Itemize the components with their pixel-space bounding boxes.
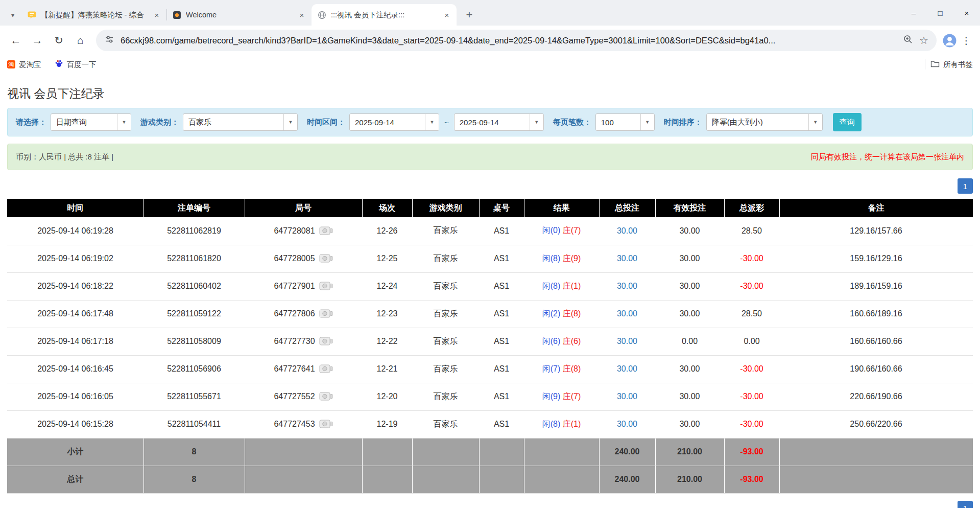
chevron-down-icon[interactable]: ▼	[640, 114, 654, 130]
total-bet-link[interactable]: 30.00	[617, 282, 637, 290]
col-bet-id: 注单编号	[144, 199, 245, 217]
subtotal-total-bet: 240.00	[599, 438, 655, 466]
new-tab-button[interactable]: +	[461, 6, 478, 24]
cell-time: 2025-09-14 06:16:45	[7, 355, 144, 383]
refresh-button[interactable]: ↻	[49, 31, 68, 50]
site-settings-icon[interactable]	[104, 34, 114, 47]
total-bet-link[interactable]: 30.00	[617, 309, 637, 318]
maximize-button[interactable]: □	[927, 0, 953, 26]
forward-button[interactable]: →	[28, 31, 47, 50]
cell-bet-id: 522811058009	[144, 328, 245, 355]
minimize-button[interactable]: –	[900, 0, 927, 26]
banker-result: 庄(6)	[563, 337, 581, 345]
bookmarks-bar: 淘 爱淘宝 百度一下 所有书签	[0, 55, 980, 74]
video-replay-icon[interactable]	[319, 336, 333, 347]
date-end-select[interactable]: 2025-09-14 ▼	[454, 113, 544, 131]
cell-result: 闲(7) 庄(8)	[524, 355, 599, 383]
cell-bet-id: 522811055671	[144, 383, 245, 410]
tab-forum[interactable]: 【新提醒】海燕策略论坛 - 综合 ×	[21, 4, 166, 26]
bookmark-label: 百度一下	[67, 60, 97, 70]
cell-valid-bet: 30.00	[655, 410, 724, 438]
mode-select[interactable]: 日期查询 ▼	[51, 113, 131, 131]
total-bet-link[interactable]: 30.00	[617, 226, 637, 235]
cell-total-bet: 30.00	[599, 410, 655, 438]
chevron-down-icon[interactable]: ▼	[117, 114, 131, 130]
total-label: 总计	[7, 466, 144, 493]
total-bet-link[interactable]: 30.00	[617, 364, 637, 373]
video-replay-icon[interactable]	[319, 391, 333, 402]
cell-time: 2025-09-14 06:16:05	[7, 383, 144, 410]
chevron-down-icon[interactable]: ▼	[808, 114, 822, 130]
cell-round: 647727552	[245, 383, 362, 410]
sort-select[interactable]: 降幂(由大到小) ▼	[706, 113, 823, 131]
round-number: 647727730	[274, 337, 315, 346]
cell-game-type: 百家乐	[412, 410, 479, 438]
table-row: 2025-09-14 06:17:48 522811059122 6477278…	[7, 300, 973, 328]
player-result: 闲(8)	[542, 282, 561, 290]
tab-close-icon[interactable]: ×	[151, 9, 162, 20]
table-row: 2025-09-14 06:19:28 522811062819 6477280…	[7, 217, 973, 245]
video-replay-icon[interactable]	[319, 225, 333, 237]
table-row: 2025-09-14 06:19:02 522811061820 6477280…	[7, 245, 973, 272]
tab-search-button[interactable]: ▾	[4, 4, 21, 26]
subtotal-label: 小计	[7, 438, 144, 466]
cell-valid-bet: 30.00	[655, 355, 724, 383]
cell-result: 闲(8) 庄(9)	[524, 245, 599, 272]
cell-result: 闲(8) 庄(1)	[524, 410, 599, 438]
chevron-down-icon[interactable]: ▼	[425, 114, 439, 130]
cell-note: 189.16/159.16	[779, 272, 973, 300]
bookmark-baidu[interactable]: 百度一下	[55, 59, 97, 70]
back-button[interactable]: ←	[6, 31, 26, 50]
chevron-down-icon[interactable]: ▼	[530, 114, 543, 130]
cell-round: 647727730	[245, 328, 362, 355]
divider	[925, 59, 925, 70]
page-content: 视讯 会员下注纪录 请选择： 日期查询 ▼ 游戏类别： 百家乐 ▼ 时间区间： …	[0, 74, 980, 508]
total-bet-link[interactable]: 30.00	[617, 337, 637, 345]
tab-close-icon[interactable]: ×	[441, 9, 452, 20]
cell-payout: -30.00	[724, 272, 779, 300]
browser-menu-icon[interactable]: ⋮	[959, 31, 974, 50]
date-start-select[interactable]: 2025-09-14 ▼	[349, 113, 439, 131]
chevron-down-icon[interactable]: ▼	[283, 114, 297, 130]
bookmark-star-icon[interactable]: ☆	[919, 34, 928, 47]
cell-note: 190.66/160.66	[779, 355, 973, 383]
cell-session: 12-23	[362, 300, 412, 328]
zoom-icon[interactable]	[903, 34, 913, 47]
query-button[interactable]: 查询	[833, 113, 862, 131]
cell-time: 2025-09-14 06:19:28	[7, 217, 144, 245]
summary-text: 币别：人民币 | 总共 :8 注单 |	[16, 152, 113, 162]
home-button[interactable]: ⌂	[70, 31, 90, 50]
table-body: 2025-09-14 06:19:28 522811062819 6477280…	[7, 217, 973, 438]
page-1-button[interactable]: 1	[958, 178, 973, 194]
close-window-button[interactable]: ×	[953, 0, 980, 26]
url-text[interactable]: 66cxkj98.com/game/betrecord_search/kind3…	[121, 36, 897, 45]
tab-strip: ▾ 【新提醒】海燕策略论坛 - 综合 × Welcome × :::视讯 会员下…	[0, 0, 980, 26]
tab-welcome[interactable]: Welcome ×	[166, 4, 312, 26]
cell-table: AS1	[479, 300, 524, 328]
profile-avatar[interactable]	[943, 34, 957, 48]
game-type-select[interactable]: 百家乐 ▼	[183, 113, 298, 131]
video-replay-icon[interactable]	[319, 253, 333, 264]
all-bookmarks-button[interactable]: 所有书签	[930, 60, 973, 70]
cell-game-type: 百家乐	[412, 217, 479, 245]
cell-note: 160.66/160.66	[779, 328, 973, 355]
video-replay-icon[interactable]	[319, 363, 333, 375]
video-replay-icon[interactable]	[319, 308, 333, 319]
all-bookmarks-label: 所有书签	[943, 60, 973, 70]
total-bet-link[interactable]: 30.00	[617, 392, 637, 401]
page-1-button[interactable]: 1	[958, 501, 973, 508]
cell-round: 647727641	[245, 355, 362, 383]
cell-round: 647727453	[245, 410, 362, 438]
tab-close-icon[interactable]: ×	[296, 9, 307, 20]
page-size-select[interactable]: 100 ▼	[595, 113, 655, 131]
video-replay-icon[interactable]	[319, 281, 333, 292]
address-bar[interactable]: 66cxkj98.com/game/betrecord_search/kind3…	[96, 30, 937, 51]
bookmark-taobao[interactable]: 淘 爱淘宝	[7, 60, 41, 70]
cell-game-type: 百家乐	[412, 245, 479, 272]
video-replay-icon[interactable]	[319, 419, 333, 430]
total-bet-link[interactable]: 30.00	[617, 420, 637, 428]
total-bet-link[interactable]: 30.00	[617, 254, 637, 263]
tab-bet-records[interactable]: :::视讯 会员下注纪录::: ×	[312, 4, 457, 26]
total-count: 8	[144, 466, 245, 493]
welcome-favicon	[173, 11, 181, 19]
